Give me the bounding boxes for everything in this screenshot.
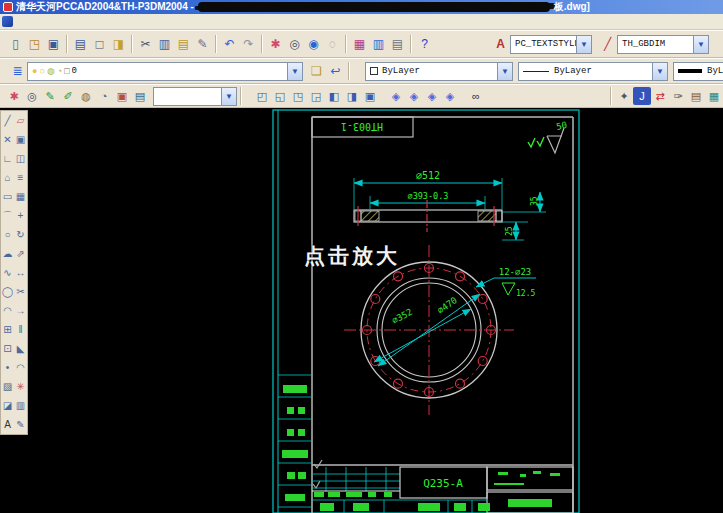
menu-item[interactable] [129, 21, 143, 23]
left-view-icon[interactable]: ◧ [325, 87, 343, 105]
print-icon[interactable]: ▤ [71, 34, 90, 54]
menu-item[interactable] [87, 21, 101, 23]
designcenter-icon[interactable]: ▥ [369, 34, 388, 54]
back-view-icon[interactable]: ◲ [307, 87, 325, 105]
ellipse-arc-icon[interactable]: ◠ [1, 301, 14, 320]
trim-icon[interactable]: ✂ [14, 282, 27, 301]
chevron-down-icon[interactable]: ▼ [497, 63, 512, 80]
circle-icon[interactable]: ○ [1, 225, 14, 244]
layer-freeze-icon[interactable]: ○ [39, 66, 44, 76]
text-j-icon[interactable]: J [633, 87, 651, 105]
menu-item[interactable] [115, 21, 129, 23]
point-icon[interactable]: • [1, 358, 14, 377]
copy-icon[interactable]: ▥ [155, 34, 174, 54]
layer-lock-icon[interactable]: ◍ [47, 66, 55, 76]
text-style-icon[interactable]: A [491, 34, 510, 54]
array-icon[interactable]: ▦ [14, 187, 27, 206]
menu-item[interactable] [73, 21, 87, 23]
nw-iso-view-icon[interactable]: ◈ [441, 87, 459, 105]
top-view-icon[interactable]: ◰ [253, 87, 271, 105]
chevron-down-icon[interactable]: ▼ [693, 36, 708, 53]
explode-icon[interactable]: ✳ [14, 377, 27, 396]
scale-icon[interactable]: ⇗ [14, 244, 27, 263]
layer-plot-icon[interactable]: ◔ [57, 66, 62, 76]
chevron-down-icon[interactable]: ▼ [221, 88, 236, 105]
construction-line-icon[interactable]: ✕ [1, 130, 14, 149]
sheet-icon[interactable]: ▤ [131, 87, 149, 105]
swap-icon[interactable]: ⇄ [651, 87, 669, 105]
layer-color-swatch[interactable]: □ [64, 66, 69, 76]
properties-icon[interactable]: ▥ [14, 396, 27, 415]
make-block-icon[interactable]: ⊡ [1, 339, 14, 358]
chevron-down-icon[interactable]: ▼ [652, 63, 667, 80]
copy-object-icon[interactable]: ▣ [14, 130, 27, 149]
color-combo[interactable]: ByLayer ▼ [365, 62, 513, 81]
new-file-icon[interactable]: ▯ [6, 34, 25, 54]
menu-item[interactable] [17, 21, 31, 23]
polyline-icon[interactable]: ∟ [1, 149, 14, 168]
rectangle-icon[interactable]: ▭ [1, 187, 14, 206]
front-view-icon[interactable]: ◳ [289, 87, 307, 105]
chevron-down-icon[interactable]: ▼ [287, 63, 302, 80]
fillet-icon[interactable]: ◠ [14, 358, 27, 377]
text-icon[interactable]: A [1, 415, 14, 434]
publish-icon[interactable]: ◨ [109, 34, 128, 54]
break-icon[interactable]: ‖ [14, 320, 27, 339]
arc-icon[interactable]: ⌒ [1, 206, 14, 225]
markup-icon[interactable]: ✐ [59, 87, 77, 105]
lineweight-combo[interactable]: ByLayer [673, 62, 723, 81]
find-icon[interactable]: ∞ [467, 87, 485, 105]
menu-item[interactable] [59, 21, 73, 23]
undo-icon[interactable]: ↶ [220, 34, 239, 54]
menu-item[interactable] [157, 21, 171, 23]
open-folder-icon[interactable]: ◳ [25, 34, 44, 54]
zoom-realtime-icon[interactable]: ◎ [285, 34, 304, 54]
dim-style-combo[interactable]: TH_GBDIM ▼ [617, 35, 709, 54]
repair-icon[interactable]: ✑ [669, 87, 687, 105]
zoom-flyout-icon[interactable]: ◎ [23, 87, 41, 105]
flange-drawing[interactable]: HT003-1 50 ⌀512 ⌀393-0.3 [28, 108, 723, 513]
linetype-combo[interactable]: ByLayer ▼ [518, 62, 668, 81]
named-view-icon[interactable]: ▣ [361, 87, 379, 105]
palette-icon[interactable]: ▦ [350, 34, 369, 54]
menu-item[interactable] [31, 21, 45, 23]
ne-iso-view-icon[interactable]: ◈ [423, 87, 441, 105]
move-icon[interactable]: + [14, 206, 27, 225]
hatch-icon[interactable]: ▨ [1, 377, 14, 396]
table-icon[interactable]: ▦ [705, 87, 723, 105]
region-icon[interactable]: ◪ [1, 396, 14, 415]
chamfer-icon[interactable]: ◣ [14, 339, 27, 358]
menu-item[interactable] [45, 21, 59, 23]
bottom-view-icon[interactable]: ◱ [271, 87, 289, 105]
layer-previous-icon[interactable]: ↩ [326, 61, 345, 81]
extend-icon[interactable]: → [14, 301, 27, 320]
chevron-down-icon[interactable]: ▼ [576, 36, 591, 53]
form-icon[interactable]: ▤ [687, 87, 705, 105]
erase-icon[interactable]: ▱ [14, 111, 27, 130]
paste-icon[interactable]: ▤ [174, 34, 193, 54]
offset-icon[interactable]: ≡ [14, 168, 27, 187]
zoom-window-icon[interactable]: ◉ [304, 34, 323, 54]
click-to-enlarge-label[interactable]: 点击放大 [304, 242, 400, 270]
zoom-previous-icon[interactable]: ◌ [323, 34, 342, 54]
matchprop-icon[interactable]: ✎ [193, 34, 212, 54]
layer-onoff-icon[interactable]: ● [32, 66, 37, 76]
stretch-icon[interactable]: ↔ [14, 263, 27, 282]
save-icon[interactable]: ▣ [44, 34, 63, 54]
dim-style-icon[interactable]: ╱ [598, 34, 617, 54]
redo-icon[interactable]: ↷ [239, 34, 258, 54]
annotate-icon[interactable]: ◍ [77, 87, 95, 105]
sw-iso-view-icon[interactable]: ◈ [387, 87, 405, 105]
match-icon[interactable]: ✎ [14, 415, 27, 434]
menu-item[interactable] [171, 21, 185, 23]
menu-item[interactable] [101, 21, 115, 23]
preview-icon[interactable]: ◻ [90, 34, 109, 54]
pan-realtime-icon[interactable]: ✱ [5, 87, 23, 105]
polygon-icon[interactable]: ⌂ [1, 168, 14, 187]
mirror-icon[interactable]: ◫ [14, 149, 27, 168]
make-layer-current-icon[interactable]: ❏ [307, 61, 326, 81]
cut-icon[interactable]: ✂ [136, 34, 155, 54]
revcloud-icon[interactable]: ☁ [1, 244, 14, 263]
layer-combo[interactable]: ●○◍◔□ 0 ▼ [27, 62, 303, 81]
spline-icon[interactable]: ∿ [1, 263, 14, 282]
